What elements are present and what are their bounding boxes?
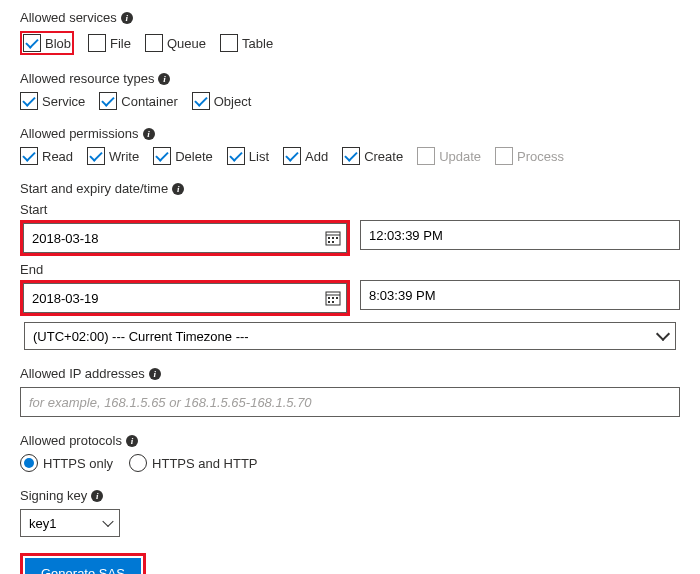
end-date-input[interactable]	[23, 283, 347, 313]
checkbox-container[interactable]: Container	[99, 92, 177, 110]
svg-rect-5	[328, 241, 330, 243]
start-date-input[interactable]	[23, 223, 347, 253]
info-icon[interactable]: i	[149, 368, 161, 380]
checkbox-box[interactable]	[220, 34, 238, 52]
checkbox-box[interactable]	[145, 34, 163, 52]
checkbox-label: Object	[214, 94, 252, 109]
checkbox-box	[417, 147, 435, 165]
checkbox-object[interactable]: Object	[192, 92, 252, 110]
checkbox-box[interactable]	[20, 92, 38, 110]
checkbox-table[interactable]: Table	[220, 34, 273, 52]
checkbox-file[interactable]: File	[88, 34, 131, 52]
svg-rect-2	[328, 237, 330, 239]
info-icon[interactable]: i	[91, 490, 103, 502]
protocols-section: Allowed protocols i HTTPS only HTTPS and…	[20, 433, 680, 472]
info-icon[interactable]: i	[143, 128, 155, 140]
protocols-row: HTTPS only HTTPS and HTTP	[20, 454, 680, 472]
allowed-services-section: Allowed services i Blob File Queue Table	[20, 10, 680, 55]
info-icon[interactable]: i	[172, 183, 184, 195]
checkbox-label: Table	[242, 36, 273, 51]
svg-rect-6	[332, 241, 334, 243]
checkbox-process: Process	[495, 147, 564, 165]
calendar-icon[interactable]	[325, 230, 341, 246]
checkbox-list[interactable]: List	[227, 147, 269, 165]
svg-rect-12	[328, 301, 330, 303]
resource-types-row: Service Container Object	[20, 92, 680, 110]
checkbox-update: Update	[417, 147, 481, 165]
resource-types-label: Allowed resource types	[20, 71, 154, 86]
radio-circle[interactable]	[20, 454, 38, 472]
signing-key-wrap	[20, 509, 120, 537]
radio-https-and-http[interactable]: HTTPS and HTTP	[129, 454, 257, 472]
checkbox-label: Read	[42, 149, 73, 164]
generate-row: Generate SAS	[20, 553, 680, 574]
allowed-services-label: Allowed services	[20, 10, 117, 25]
permissions-title: Allowed permissions i	[20, 126, 680, 141]
checkbox-write[interactable]: Write	[87, 147, 139, 165]
checkbox-box[interactable]	[227, 147, 245, 165]
checkbox-label: List	[249, 149, 269, 164]
datetime-title: Start and expiry date/time i	[20, 181, 680, 196]
info-icon[interactable]: i	[158, 73, 170, 85]
allowed-permissions-section: Allowed permissions i Read Write Delete …	[20, 126, 680, 165]
svg-rect-9	[328, 297, 330, 299]
checkbox-read[interactable]: Read	[20, 147, 73, 165]
svg-rect-13	[332, 301, 334, 303]
ip-section: Allowed IP addresses i	[20, 366, 680, 417]
checkbox-box[interactable]	[192, 92, 210, 110]
radio-https-only[interactable]: HTTPS only	[20, 454, 113, 472]
checkbox-box[interactable]	[88, 34, 106, 52]
signing-key-label: Signing key	[20, 488, 87, 503]
allowed-resource-types-section: Allowed resource types i Service Contain…	[20, 71, 680, 110]
end-date-wrap	[20, 280, 350, 316]
ip-label: Allowed IP addresses	[20, 366, 145, 381]
checkbox-queue[interactable]: Queue	[145, 34, 206, 52]
checkbox-label: Service	[42, 94, 85, 109]
svg-rect-10	[332, 297, 334, 299]
ip-title: Allowed IP addresses i	[20, 366, 680, 381]
checkbox-service[interactable]: Service	[20, 92, 85, 110]
protocols-title: Allowed protocols i	[20, 433, 680, 448]
checkbox-box[interactable]	[99, 92, 117, 110]
generate-sas-button[interactable]: Generate SAS	[25, 558, 141, 574]
checkbox-box[interactable]	[23, 34, 41, 52]
radio-label: HTTPS and HTTP	[152, 456, 257, 471]
highlight-blob: Blob	[20, 31, 74, 55]
signing-key-select[interactable]	[20, 509, 120, 537]
highlight-generate: Generate SAS	[20, 553, 146, 574]
info-icon[interactable]: i	[126, 435, 138, 447]
checkbox-label: Add	[305, 149, 328, 164]
end-time-input[interactable]	[360, 280, 680, 310]
start-row	[20, 220, 680, 256]
checkbox-box[interactable]	[153, 147, 171, 165]
ip-input[interactable]	[20, 387, 680, 417]
services-checkbox-row: Blob File Queue Table	[20, 31, 680, 55]
checkbox-box[interactable]	[87, 147, 105, 165]
checkbox-label: Blob	[45, 36, 71, 51]
checkbox-label: Queue	[167, 36, 206, 51]
info-icon[interactable]: i	[121, 12, 133, 24]
checkbox-label: Update	[439, 149, 481, 164]
svg-rect-11	[336, 297, 338, 299]
checkbox-add[interactable]: Add	[283, 147, 328, 165]
checkbox-create[interactable]: Create	[342, 147, 403, 165]
permissions-label: Allowed permissions	[20, 126, 139, 141]
checkbox-box[interactable]	[283, 147, 301, 165]
end-row	[20, 280, 680, 316]
allowed-services-title: Allowed services i	[20, 10, 680, 25]
svg-rect-3	[332, 237, 334, 239]
timezone-select[interactable]	[24, 322, 676, 350]
start-time-input[interactable]	[360, 220, 680, 250]
permissions-row: Read Write Delete List Add Create Update…	[20, 147, 680, 165]
checkbox-blob[interactable]: Blob	[23, 34, 71, 52]
checkbox-box[interactable]	[342, 147, 360, 165]
checkbox-label: Delete	[175, 149, 213, 164]
signing-key-title: Signing key i	[20, 488, 680, 503]
checkbox-delete[interactable]: Delete	[153, 147, 213, 165]
calendar-icon[interactable]	[325, 290, 341, 306]
svg-rect-4	[336, 237, 338, 239]
radio-circle[interactable]	[129, 454, 147, 472]
checkbox-box[interactable]	[20, 147, 38, 165]
signing-key-section: Signing key i	[20, 488, 680, 537]
start-label: Start	[20, 202, 680, 217]
